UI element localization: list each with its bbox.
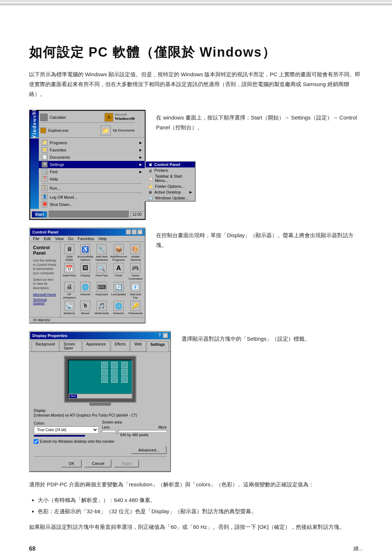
- settings-item[interactable]: ⚙ Settings ▶: [39, 161, 145, 168]
- ctrl-icon-accessibility[interactable]: ♿ Accessibility Options: [77, 244, 93, 262]
- ctrl-icon-addnew[interactable]: 🔧 Add New Hardware: [95, 244, 109, 262]
- run-item[interactable]: 🏃 Run...: [39, 185, 145, 192]
- ctrl-icon-fonts[interactable]: A Fonts: [110, 263, 127, 280]
- shutdown-item[interactable]: 🔴 Shut Down...: [39, 201, 145, 208]
- menu-view[interactable]: View: [55, 236, 64, 241]
- display-close-btn[interactable]: ✕: [163, 333, 168, 338]
- menu-edit[interactable]: Edit: [44, 236, 51, 241]
- ctrl-icon-datetime[interactable]: 📅 Date/Time: [63, 263, 76, 280]
- ctrl-icon-mouse[interactable]: 🖱 Mouse: [77, 301, 93, 315]
- ctrl-panel-statusbar: 20 object(s): [30, 317, 145, 323]
- ctrl-icon-mailfax[interactable]: 📧 Mail and Fax: [128, 282, 143, 299]
- explorer-icon: [40, 127, 46, 133]
- section2-row: Control Panel _ □ ✕ File Edit View Go Fa…: [29, 227, 363, 324]
- ctrl-icon-display[interactable]: 🖼 Display: [77, 263, 93, 280]
- desktop-icons: [101, 362, 130, 383]
- programs-label: Programs: [50, 141, 67, 145]
- desk-icon-5: [111, 369, 118, 376]
- ctrl-icon-keyboard[interactable]: ⌨ Keyboard: [95, 282, 109, 299]
- settings-container: ⚙ Settings ▶ 🖥 Control Panel: [39, 161, 145, 168]
- settings-submenu: 🖥 Control Panel 🖨 Printers 📋 Taskbar &: [145, 161, 196, 202]
- tech-support-link[interactable]: Technical Support: [33, 298, 57, 305]
- submenu-printers[interactable]: 🖨 Printers: [146, 167, 195, 173]
- liveupdate-icon: 🔄: [114, 282, 124, 292]
- ctrl-icon-internet[interactable]: 🌐 Internet: [77, 282, 93, 299]
- menu-file[interactable]: File: [33, 236, 40, 241]
- monitor-screen: Start: [68, 360, 132, 399]
- tab-effects[interactable]: Effects: [111, 341, 130, 351]
- extend-desktop-checkbox[interactable]: [34, 439, 38, 444]
- logoff-label: Log Off Mood...: [50, 195, 77, 199]
- logoff-item[interactable]: 👤 Log Off Mood...: [39, 194, 145, 201]
- programs-item[interactable]: 📁 Programs ▶: [39, 139, 145, 146]
- menu-help[interactable]: Help: [98, 236, 107, 241]
- section4-intro: 適用於 PDP-PC 介面的兩個主要變數為「resolution」（解析度）與「…: [29, 479, 363, 489]
- multimedia-label: Multimedia: [95, 312, 109, 315]
- favorites-icon: ⭐: [42, 147, 48, 153]
- ctrl-icon-multimedia[interactable]: 🎵 Multimedia: [95, 301, 109, 315]
- cancel-btn[interactable]: Cancel: [85, 459, 111, 467]
- pixels-label: 640 by 480 pixels: [102, 433, 167, 437]
- ctrl-icon-addremove[interactable]: 📦 Add/Remove Programs: [110, 244, 127, 262]
- top-right-icons: A Microsoft Windows98: [105, 113, 135, 122]
- tab-background[interactable]: Background: [32, 341, 59, 351]
- run-label: Run...: [50, 186, 60, 190]
- settings-icon: ⚙: [42, 162, 48, 167]
- ctrl-icon-passwords[interactable]: 🔑 Passwords: [128, 301, 143, 315]
- screen-area-slider[interactable]: [102, 430, 167, 432]
- ctrl-icon-liveupdate[interactable]: 🔄 LiveUpdate: [110, 282, 127, 299]
- submenu-taskbar[interactable]: 📋 Taskbar & Start Menu...: [146, 173, 195, 183]
- display-props-titlebar: Display Properties ? ✕: [30, 332, 170, 339]
- ctrl-minimize-btn[interactable]: _: [126, 230, 131, 235]
- folder-icon: 📁: [102, 127, 109, 134]
- ctrl-icon-hp[interactable]: 🖨 HP Jetsystem: [63, 282, 76, 299]
- microsoft-home-link[interactable]: Microsoft Home: [33, 293, 57, 296]
- colors-select[interactable]: True Color (24 bit): [34, 426, 98, 433]
- extend-desktop-row: Extend my Windows desktop onto this moni…: [34, 439, 167, 444]
- explorer-label: Explorer.exe: [48, 129, 69, 133]
- submenu-windows-update[interactable]: 🔄 Windows Update...: [146, 195, 195, 201]
- tab-screensaver[interactable]: Screen Saver: [60, 341, 81, 351]
- tab-web[interactable]: Web: [130, 341, 146, 351]
- extend-desktop-label: Extend my Windows desktop onto this moni…: [40, 439, 114, 443]
- menu-favorites[interactable]: Favorites: [78, 236, 94, 241]
- find-item[interactable]: 🔍 Find ▶: [39, 168, 145, 175]
- start-btn[interactable]: Start: [32, 211, 47, 218]
- ctrl-icon-game[interactable]: 🎮 Game Controllers: [128, 263, 143, 280]
- ctrl-icon-network[interactable]: 🌐 Network: [110, 301, 127, 315]
- calc-label: Calculater: [50, 116, 66, 119]
- display-props-win: Display Properties ? ✕ Background Screen…: [29, 331, 171, 472]
- advanced-btn[interactable]: Advanced...: [131, 446, 167, 454]
- ctrl-panel-body: Control Panel Use the settings in Contro…: [30, 242, 145, 317]
- apply-btn[interactable]: Apply: [114, 459, 139, 467]
- menu-go[interactable]: Go: [68, 236, 73, 241]
- help-item[interactable]: ❓ Help: [39, 175, 145, 183]
- ctrl-icon-modems[interactable]: 📡 Modems: [63, 301, 76, 315]
- submenu-active-desktop[interactable]: 🖥 Active Desktop ▶: [146, 189, 195, 195]
- ctrl-maximize-btn[interactable]: □: [132, 230, 137, 235]
- addnew-label: Add New Hardware: [95, 255, 109, 262]
- ctrl-icon-adobe[interactable]: 🎨 Adobe Gamma: [128, 244, 143, 262]
- submenu-folder-opts[interactable]: 📁 Folder Options...: [146, 183, 195, 189]
- findfast-icon: 🔍: [97, 263, 107, 273]
- settings-arrow: ▶: [139, 163, 142, 166]
- ctrl-icon-32bit[interactable]: 🖥 32bit ODBC: [63, 244, 76, 262]
- section3-desc: 選擇顯示器對話方塊中的「Settings」（設定）標籤。: [181, 331, 363, 344]
- game-label: Game Controllers: [128, 274, 143, 280]
- ctrl-icon-findfast[interactable]: 🔍 Find Fast: [95, 263, 109, 280]
- keyboard-icon: ⌨: [97, 282, 107, 292]
- bullet-list: 大小（有時稱為「解析度」）：640 x 480 像素。 色彩：左邊顯示的「32-…: [38, 495, 363, 516]
- favorites-item[interactable]: ⭐ Favorites ▶: [39, 146, 145, 154]
- win98-taskbar: Start 12:00: [30, 209, 145, 219]
- ctrl-panel-title: Control Panel: [32, 230, 58, 234]
- submenu-control-panel[interactable]: 🖥 Control Panel: [146, 162, 195, 167]
- tab-appearance[interactable]: Appearance: [82, 341, 110, 351]
- ok-btn[interactable]: OK: [61, 459, 82, 467]
- ctrl-close-btn[interactable]: ✕: [138, 230, 143, 235]
- tab-settings[interactable]: Settings: [147, 341, 169, 352]
- documents-item[interactable]: 📄 Documents ▶: [39, 154, 145, 161]
- ctrl-title-line1: Control: [33, 245, 57, 250]
- modems-icon: 📡: [64, 301, 74, 311]
- folder-opts-label: Folder Options...: [155, 184, 184, 189]
- display-icon: 🖼: [80, 263, 90, 273]
